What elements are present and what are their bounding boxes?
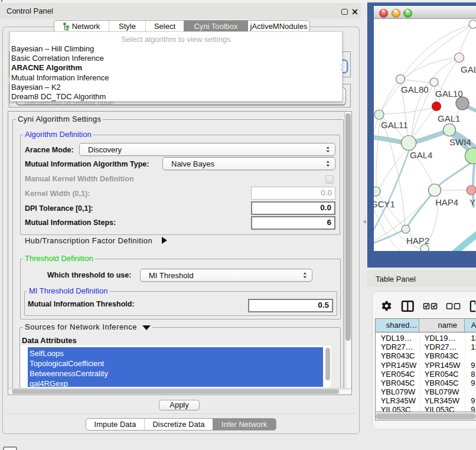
svg-text:SWI4: SWI4 <box>449 137 471 147</box>
svg-text:GAL80: GAL80 <box>401 84 429 94</box>
svg-text:GAL1: GAL1 <box>438 113 460 123</box>
svg-text:HAP4: HAP4 <box>435 197 458 207</box>
svg-text:YM: YM <box>470 197 476 207</box>
svg-text:GAL11: GAL11 <box>381 120 408 130</box>
svg-text:GAL2: GAL2 <box>461 64 476 74</box>
svg-text:HAP2: HAP2 <box>406 236 429 246</box>
svg-text:GAL10: GAL10 <box>435 89 463 99</box>
svg-text:GCY1: GCY1 <box>374 199 395 209</box>
svg-text:GAL4: GAL4 <box>410 150 432 160</box>
